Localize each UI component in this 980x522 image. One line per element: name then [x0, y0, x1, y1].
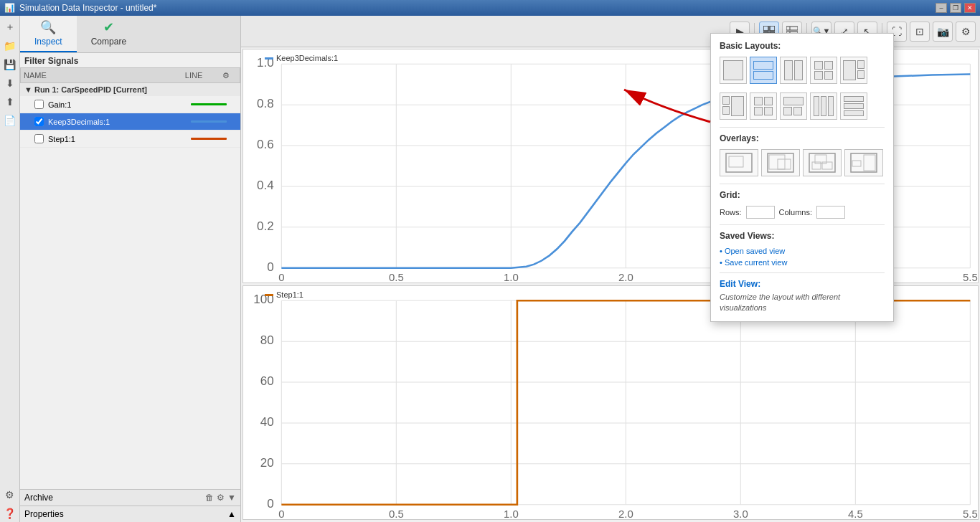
svg-text:5.5: 5.5	[963, 508, 978, 519]
left-panel: 🔍 Inspect ✔ Compare Filter Signals NAME …	[20, 16, 241, 522]
signal-row-keep3decimals[interactable]: Keep3Decimals:1	[20, 113, 240, 130]
archive-expand-icon[interactable]: ▼	[227, 493, 236, 503]
edit-view-desc: Customize the layout with differentvisua…	[720, 292, 885, 314]
download-icon[interactable]: ⬇	[1, 75, 19, 92]
signal-checkbox-step1[interactable]	[34, 134, 44, 143]
title-bar: 📊 Simulation Data Inspector - untitled* …	[0, 0, 980, 16]
svg-text:0.6: 0.6	[257, 138, 274, 151]
compare-icon: ✔	[103, 19, 114, 35]
signal-row-step1[interactable]: Step1:1	[20, 130, 240, 148]
upload-icon[interactable]: ⬆	[1, 93, 19, 110]
svg-text:3.0: 3.0	[733, 508, 748, 519]
col-line-header: LINE	[165, 71, 222, 80]
svg-text:5.5: 5.5	[963, 272, 978, 283]
svg-rect-71	[852, 161, 861, 166]
document-icon[interactable]: 📄	[1, 112, 19, 129]
overlay-4[interactable]	[844, 149, 883, 176]
properties-label: Properties	[24, 509, 64, 519]
line-color-step1	[191, 138, 227, 140]
layout-1x1[interactable]	[720, 57, 747, 84]
svg-text:4.5: 4.5	[848, 508, 863, 519]
svg-text:2.0: 2.0	[618, 508, 633, 519]
signals-header: NAME LINE ⚙	[20, 67, 240, 83]
help-icon[interactable]: ❓	[1, 505, 19, 522]
chart2-color-indicator	[265, 294, 273, 296]
signal-line-step1	[180, 138, 237, 140]
overlays-title: Overlays:	[720, 133, 885, 143]
expand-button[interactable]: ⊡	[910, 22, 930, 42]
overlay-1[interactable]	[720, 149, 758, 176]
properties-expand-icon[interactable]: ▲	[227, 509, 236, 519]
svg-rect-1	[770, 26, 775, 31]
inspect-icon: 🔍	[40, 19, 56, 35]
signal-name-gain: Gain:1	[48, 100, 180, 109]
svg-text:0.4: 0.4	[257, 179, 274, 192]
svg-text:0: 0	[267, 497, 273, 511]
signal-checkbox-keep3decimals[interactable]	[34, 117, 44, 126]
layout-1x2-side[interactable]	[780, 57, 807, 84]
settings-icon[interactable]: ⚙	[1, 486, 19, 503]
col-gear-header[interactable]: ⚙	[222, 71, 237, 80]
edit-view-title[interactable]: Edit View:	[720, 279, 885, 289]
archive-delete-icon[interactable]: 🗑	[205, 493, 214, 503]
layout-wide-top-2bottom[interactable]	[780, 92, 807, 120]
chart-settings-button[interactable]: ⚙	[956, 22, 976, 42]
save-current-view-link[interactable]: Save current view	[720, 258, 885, 267]
svg-text:2.0: 2.0	[618, 272, 633, 283]
layout-wide-2right[interactable]	[840, 57, 867, 84]
grid-title: Grid:	[720, 190, 885, 200]
filter-signals-label: Filter Signals	[20, 53, 240, 67]
overlay-2[interactable]	[761, 149, 800, 176]
col-name-header: NAME	[24, 71, 165, 80]
archive-section: Archive 🗑 ⚙ ▼	[20, 489, 240, 506]
svg-text:0.5: 0.5	[389, 508, 404, 519]
layout-2left-wide[interactable]	[720, 92, 747, 120]
svg-rect-70	[864, 155, 875, 171]
folder-icon[interactable]: 📁	[1, 37, 19, 54]
svg-text:0.8: 0.8	[257, 98, 274, 111]
signal-checkbox-gain[interactable]	[34, 100, 44, 109]
layout-popup: Basic Layouts:	[710, 33, 894, 322]
svg-rect-4	[786, 27, 798, 30]
basic-layouts-title: Basic Layouts:	[720, 41, 885, 51]
restore-btn[interactable]: ❐	[950, 3, 961, 13]
tab-bar: 🔍 Inspect ✔ Compare	[20, 16, 240, 53]
popup-divider-2	[720, 184, 885, 184]
layout-2x3[interactable]	[750, 92, 777, 120]
svg-text:0: 0	[267, 260, 273, 274]
layout-2x2[interactable]	[810, 57, 837, 84]
columns-input[interactable]	[816, 206, 845, 219]
add-icon[interactable]: ＋	[1, 19, 19, 36]
minimize-btn[interactable]: –	[936, 3, 947, 13]
popup-divider-1	[720, 127, 885, 128]
layout-3row[interactable]	[840, 92, 867, 120]
rows-input[interactable]	[746, 206, 775, 219]
app-icon: 📊	[4, 3, 15, 13]
grid-inputs-row: Rows: Columns:	[720, 206, 885, 219]
chart2-title: Step1:1	[265, 290, 303, 299]
basic-layouts-grid-2	[720, 92, 885, 120]
basic-layouts-grid	[720, 57, 885, 84]
line-color-gain	[191, 103, 227, 105]
camera-button[interactable]: 📷	[933, 22, 953, 42]
tab-compare[interactable]: ✔ Compare	[77, 16, 141, 52]
svg-text:80: 80	[260, 334, 274, 348]
svg-text:0: 0	[278, 508, 284, 519]
tab-inspect[interactable]: 🔍 Inspect	[20, 16, 77, 52]
close-btn[interactable]: ✕	[964, 3, 976, 13]
overlay-3[interactable]	[803, 149, 842, 176]
chart1-color-indicator	[265, 57, 273, 60]
layout-3col[interactable]	[810, 92, 837, 120]
archive-settings-icon[interactable]: ⚙	[217, 493, 225, 503]
svg-rect-63	[769, 155, 785, 169]
layout-1x2-stacked[interactable]	[750, 57, 777, 84]
popup-divider-3	[720, 224, 885, 225]
chart1-title: Keep3Decimals:1	[265, 54, 338, 62]
popup-divider-4	[720, 272, 885, 273]
signal-row-gain[interactable]: Gain:1	[20, 96, 240, 113]
run-header[interactable]: ▼ Run 1: CarSpeedPID [Current]	[20, 83, 240, 96]
open-saved-view-link[interactable]: Open saved view	[720, 247, 885, 255]
columns-label: Columns:	[779, 208, 812, 217]
save-icon[interactable]: 💾	[1, 56, 19, 73]
signal-name-step1: Step1:1	[48, 135, 180, 143]
